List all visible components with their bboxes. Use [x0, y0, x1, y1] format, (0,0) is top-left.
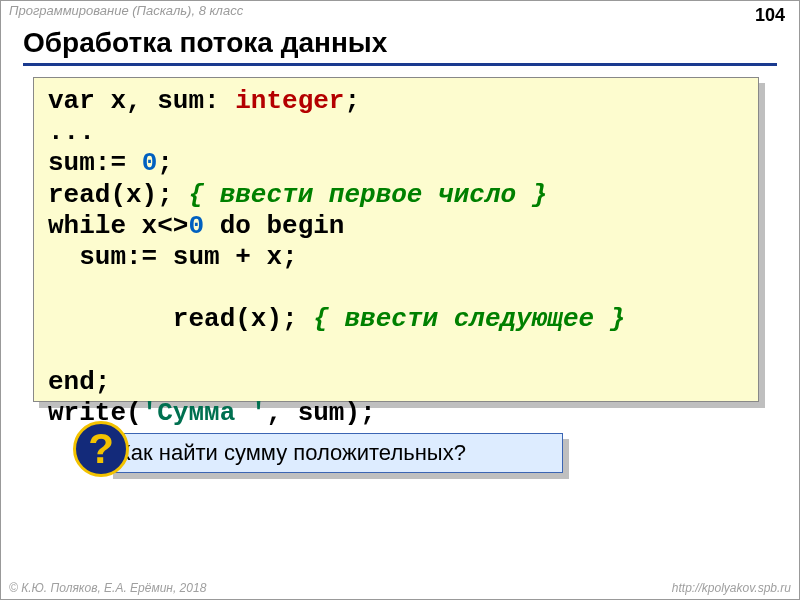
code-number: 0	[142, 148, 158, 178]
question-text: Как найти сумму положительных?	[118, 440, 466, 466]
code-text: var x, sum:	[48, 86, 235, 116]
title-row: Обработка потока данных	[23, 27, 777, 74]
code-line: while x<>0 do begin	[48, 211, 744, 242]
code-string: 'Сумма '	[142, 398, 267, 428]
code-line: read(x); { ввести первое число }	[48, 180, 744, 211]
code-text: sum:=	[48, 148, 142, 178]
code-line: var x, sum: integer;	[48, 86, 744, 117]
code-line: end;	[48, 367, 744, 398]
code-line: write('Сумма ', sum);	[48, 398, 744, 429]
question-mark-icon: ?	[73, 421, 129, 477]
code-comment: { ввести первое число }	[188, 180, 547, 210]
code-line: sum:= sum + x;	[48, 242, 744, 273]
code-text: ;	[344, 86, 360, 116]
code-line: sum:= 0;	[48, 148, 744, 179]
code-text: read(x);	[142, 304, 314, 334]
code-number: 0	[188, 211, 204, 241]
code-text: ;	[157, 148, 173, 178]
code-text: while x<>	[48, 211, 188, 241]
question-box: Как найти сумму положительных?	[107, 433, 563, 473]
slide-body: Программирование (Паскаль), 8 класс 104 …	[0, 0, 800, 600]
code-type: integer	[235, 86, 344, 116]
page-title: Обработка потока данных	[23, 27, 777, 61]
code-line: read(x); { ввести следующее }	[48, 273, 744, 367]
title-rule	[23, 63, 777, 66]
code-line: ...	[48, 117, 744, 148]
code-comment: { ввести следующее }	[313, 304, 625, 334]
code-text: , sum);	[266, 398, 375, 428]
footer-url: http://kpolyakov.spb.ru	[672, 581, 791, 595]
page-number: 104	[755, 5, 785, 26]
footer: © К.Ю. Поляков, Е.А. Ерёмин, 2018 http:/…	[9, 581, 791, 595]
footer-copyright: © К.Ю. Поляков, Е.А. Ерёмин, 2018	[9, 581, 206, 595]
code-box: var x, sum: integer; ... sum:= 0; read(x…	[33, 77, 759, 402]
breadcrumb: Программирование (Паскаль), 8 класс	[9, 3, 791, 23]
code-text: do begin	[204, 211, 344, 241]
code-text: read(x);	[48, 180, 188, 210]
